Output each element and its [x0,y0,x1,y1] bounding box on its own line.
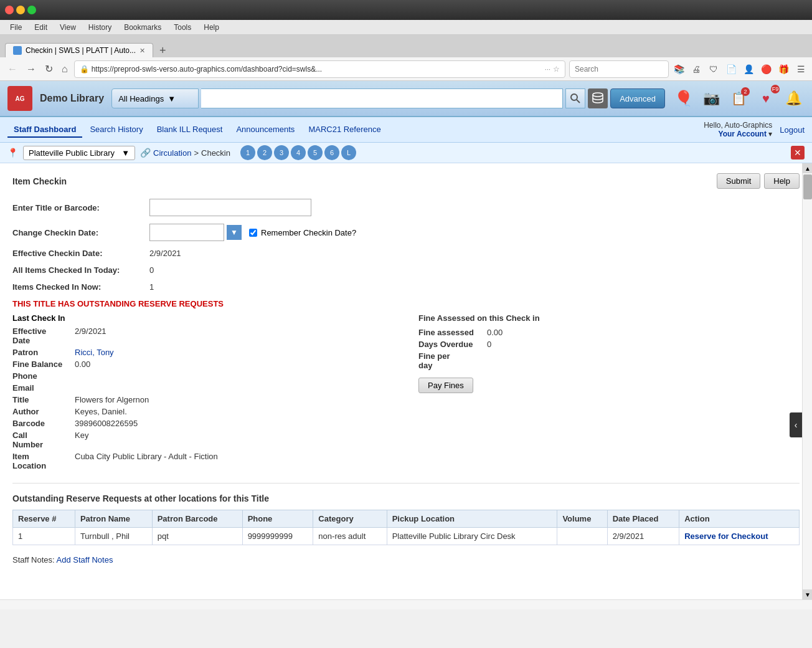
step-btn-4[interactable]: 4 [291,145,306,160]
svg-text:AG: AG [16,95,25,102]
barcode-input[interactable] [149,199,311,216]
scroll-down-btn[interactable]: ▼ [803,589,812,599]
nav-blank-ill[interactable]: Blank ILL Request [151,122,229,138]
library-selector[interactable]: Platteville Public Library ▼ [23,146,135,160]
breadcrumb-circulation[interactable]: Circulation [153,148,191,158]
window-controls[interactable] [5,6,36,14]
date-picker-btn[interactable]: ▼ [227,225,242,240]
gift-icon[interactable]: 🎁 [777,63,790,75]
menu-edit[interactable]: Edit [29,22,52,33]
bookmark-icon[interactable]: ☆ [553,65,560,74]
list-icon[interactable]: 📋 2 [727,87,750,110]
menu-view[interactable]: View [55,22,81,33]
step-btn-2[interactable]: 2 [257,145,272,160]
fine-per-day-label: Fine perday [418,351,487,370]
account-icon[interactable]: 👤 [742,63,755,75]
step-btn-3[interactable]: 3 [274,145,289,160]
menu-tools[interactable]: Tools [169,22,196,33]
search-dropdown[interactable]: All Headings ▼ [111,88,199,108]
search-input[interactable] [201,88,563,108]
cell-date-placed: 2/9/2021 [607,528,679,545]
vertical-scrollbar[interactable]: ▲ ▼ [802,163,812,599]
cell-action[interactable]: Reserve for Checkout [679,528,800,545]
patron-link[interactable]: Ricci, Tony [75,348,114,357]
nav-announcements[interactable]: Announcements [230,122,301,138]
step-btn-5[interactable]: 5 [308,145,323,160]
nav-search-history[interactable]: Search History [83,122,149,138]
staff-notes: Staff Notes: Add Staff Notes [12,555,800,565]
fine-section: Fine Assessed on this Check in Fine asse… [418,313,800,473]
items-now-value: 1 [149,282,154,292]
add-staff-notes-link[interactable]: Add Staff Notes [57,555,113,565]
fine-balance-value: 0.00 [75,360,90,369]
refresh-btn[interactable]: ↻ [42,60,55,77]
date-input[interactable]: 2/9/2021 [149,224,224,241]
nav-bar: Staff Dashboard Search History Blank ILL… [0,117,812,143]
heart-icon[interactable]: ♥ F9 [755,87,777,110]
new-tab-btn[interactable]: + [156,44,170,57]
shield-icon[interactable]: 🛡 [707,63,720,75]
tab-close-btn[interactable]: ✕ [139,47,145,55]
account-dropdown[interactable]: Your Account [719,130,767,138]
logout-btn[interactable]: Logout [780,125,805,135]
remember-date-checkbox[interactable] [249,229,257,237]
side-collapse-btn[interactable]: ‹ [790,412,802,437]
barcode-label: Enter Title or Barcode: [12,203,149,212]
horizontal-scrollbar[interactable] [0,599,812,609]
browser-tab[interactable]: Checkin | SWLS | PLATT | Auto... ✕ [5,43,153,57]
camera-icon[interactable]: 📷 [700,87,722,110]
scroll-thumb[interactable] [803,174,812,199]
forward-btn[interactable]: → [24,61,39,77]
more-btn[interactable]: ··· [545,65,550,73]
nav-marc21[interactable]: MARC21 Reference [302,122,387,138]
col-action: Action [679,510,800,528]
heart-badge: F9 [771,85,780,93]
submit-btn[interactable]: Submit [717,173,760,189]
step-btn-l[interactable]: L [341,145,356,160]
browser-toolbar-icons: 📚 🖨 🛡 📄 👤 🔴 🎁 ☰ [673,63,807,75]
balloon-icon[interactable]: 🎈 [673,87,695,110]
remember-date-label: Remember Checkin Date? [261,228,356,237]
print-icon[interactable]: 🖨 [690,63,702,75]
location-bar-close-btn[interactable]: ✕ [791,146,805,160]
nav-staff-dashboard[interactable]: Staff Dashboard [7,122,82,138]
all-items-row: All Items Checked In Today: 0 [12,265,800,275]
days-overdue-label: Days Overdue [418,340,487,349]
database-icon[interactable] [588,88,608,108]
window-minimize-btn[interactable] [16,6,25,14]
pay-fines-btn[interactable]: Pay Fines [418,378,473,393]
window-maximize-btn[interactable] [27,6,36,14]
bookmarks-icon[interactable]: 📚 [673,63,685,75]
cell-reserve-num: 1 [13,528,75,545]
help-btn[interactable]: Help [764,173,800,189]
fine-per-day-row: Fine perday [418,351,800,370]
email-row: Email [12,383,394,393]
reserve-for-checkout-link[interactable]: Reserve for Checkout [684,531,768,541]
browser-search-box[interactable]: Search [569,60,669,78]
menu-history[interactable]: History [83,22,116,33]
barcode-info-label: Barcode [12,419,75,428]
back-btn[interactable]: ← [5,61,20,77]
scroll-up-btn[interactable]: ▲ [803,163,812,173]
notifications-icon[interactable]: 🔔 [782,87,805,110]
addons-icon[interactable]: 🔴 [760,63,772,75]
action-buttons: Submit Help [717,173,800,189]
menu-bookmarks[interactable]: Bookmarks [119,22,166,33]
step-btn-1[interactable]: 1 [240,145,255,160]
cell-patron-barcode: pqt [152,528,242,545]
window-close-btn[interactable] [5,6,14,14]
title-value: Flowers for Algernon [75,395,149,404]
menu-icon[interactable]: ☰ [795,63,807,75]
browser-address-bar: ← → ↻ ⌂ 🔒 https://preprod-swls-verso.aut… [0,57,812,81]
section-title: Item Checkin [12,176,67,186]
home-btn[interactable]: ⌂ [59,61,70,77]
col-volume: Volume [557,510,607,528]
search-button[interactable] [565,88,585,108]
selector-arrow-icon: ▼ [121,148,130,158]
step-btn-6[interactable]: 6 [324,145,339,160]
advanced-search-btn[interactable]: Advanced [610,88,665,108]
menu-file[interactable]: File [5,22,27,33]
menu-help[interactable]: Help [199,22,224,33]
all-items-label: All Items Checked In Today: [12,265,149,275]
reader-icon[interactable]: 📄 [725,63,737,75]
